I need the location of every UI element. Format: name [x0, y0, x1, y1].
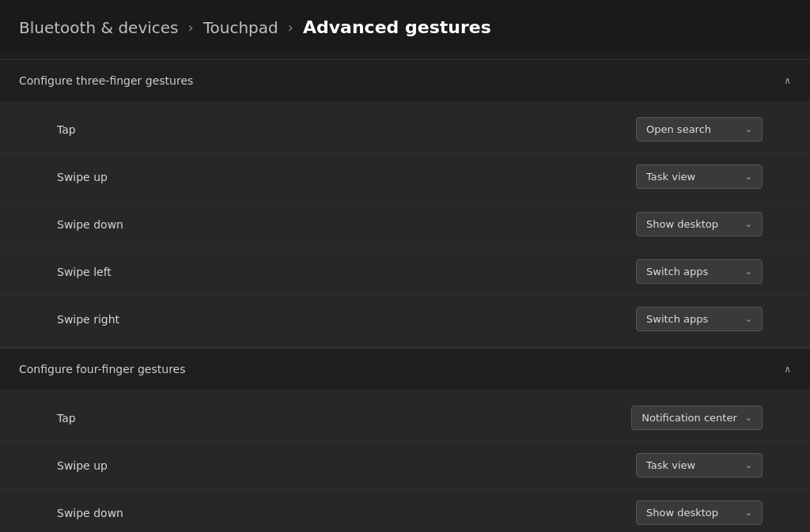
dropdown-label-1-0: Notification center — [642, 412, 737, 424]
gesture-label-1-1: Swipe up — [57, 459, 108, 472]
dropdown-label-1-1: Task view — [646, 459, 695, 471]
gesture-row: Swipe upTask view⌄ — [0, 442, 810, 489]
breadcrumb-bluetooth[interactable]: Bluetooth & devices — [19, 18, 179, 37]
gesture-row: Swipe downShow desktop⌄ — [0, 201, 810, 248]
section-header-four-finger[interactable]: Configure four-finger gestures∧ — [0, 348, 810, 390]
content-area: Configure three-finger gestures∧TapOpen … — [0, 51, 810, 532]
dropdown-label-1-2: Show desktop — [646, 507, 718, 519]
gesture-label-0-2: Swipe down — [57, 218, 123, 231]
gesture-dropdown-0-4[interactable]: Switch apps⌄ — [636, 307, 763, 331]
dropdown-chevron-icon-1-2: ⌄ — [745, 507, 752, 518]
dropdown-chevron-icon-0-1: ⌄ — [745, 172, 752, 182]
dropdown-label-0-3: Switch apps — [646, 266, 708, 277]
section-three-finger: Configure three-finger gestures∧TapOpen … — [0, 59, 810, 348]
breadcrumb-touchpad[interactable]: Touchpad — [203, 18, 278, 37]
dropdown-chevron-icon-0-3: ⌄ — [745, 266, 752, 277]
gesture-row: TapNotification center⌄ — [0, 394, 810, 442]
gesture-row: Swipe upTask view⌄ — [0, 153, 810, 201]
gesture-label-0-0: Tap — [57, 123, 76, 136]
breadcrumb-sep-1: › — [188, 19, 194, 36]
gesture-label-0-4: Swipe right — [57, 313, 119, 326]
page-title: Advanced gestures — [303, 17, 491, 37]
chevron-up-icon-three-finger: ∧ — [784, 76, 791, 85]
gesture-dropdown-0-0[interactable]: Open search⌄ — [636, 117, 763, 141]
gesture-dropdown-0-3[interactable]: Switch apps⌄ — [636, 259, 763, 284]
dropdown-label-0-4: Switch apps — [646, 313, 708, 325]
section-four-finger: Configure four-finger gestures∧TapNotifi… — [0, 348, 810, 532]
gesture-row: Swipe downShow desktop⌄ — [0, 489, 810, 532]
section-title-three-finger: Configure three-finger gestures — [19, 74, 193, 87]
chevron-up-icon-four-finger: ∧ — [784, 364, 791, 374]
gesture-dropdown-1-2[interactable]: Show desktop⌄ — [636, 500, 763, 525]
dropdown-chevron-icon-0-0: ⌄ — [745, 124, 752, 134]
gesture-dropdown-0-2[interactable]: Show desktop⌄ — [636, 212, 763, 236]
section-body-three-finger: TapOpen search⌄Swipe upTask view⌄Swipe d… — [0, 101, 810, 347]
gesture-row: Swipe leftSwitch apps⌄ — [0, 248, 810, 296]
gesture-dropdown-1-1[interactable]: Task view⌄ — [636, 453, 763, 477]
breadcrumb: Bluetooth & devices › Touchpad › Advance… — [19, 17, 491, 37]
dropdown-label-0-1: Task view — [646, 171, 695, 183]
gesture-dropdown-0-1[interactable]: Task view⌄ — [636, 164, 763, 189]
section-body-four-finger: TapNotification center⌄Swipe upTask view… — [0, 390, 810, 532]
dropdown-chevron-icon-1-1: ⌄ — [745, 460, 752, 470]
gesture-row: Swipe rightSwitch apps⌄ — [0, 296, 810, 342]
section-title-four-finger: Configure four-finger gestures — [19, 363, 186, 375]
dropdown-chevron-icon-0-4: ⌄ — [745, 314, 752, 324]
gesture-label-0-3: Swipe left — [57, 266, 112, 278]
gesture-label-1-0: Tap — [57, 412, 76, 424]
dropdown-chevron-icon-1-0: ⌄ — [745, 413, 752, 423]
dropdown-chevron-icon-0-2: ⌄ — [745, 219, 752, 229]
dropdown-label-0-2: Show desktop — [646, 218, 718, 230]
gesture-row: TapOpen search⌄ — [0, 106, 810, 153]
dropdown-label-0-0: Open search — [646, 123, 711, 135]
breadcrumb-sep-2: › — [288, 19, 293, 36]
gesture-label-0-1: Swipe up — [57, 171, 108, 183]
section-header-three-finger[interactable]: Configure three-finger gestures∧ — [0, 59, 810, 101]
gesture-label-1-2: Swipe down — [57, 507, 123, 519]
gesture-dropdown-1-0[interactable]: Notification center⌄ — [631, 406, 763, 430]
page-header: Bluetooth & devices › Touchpad › Advance… — [0, 0, 810, 51]
